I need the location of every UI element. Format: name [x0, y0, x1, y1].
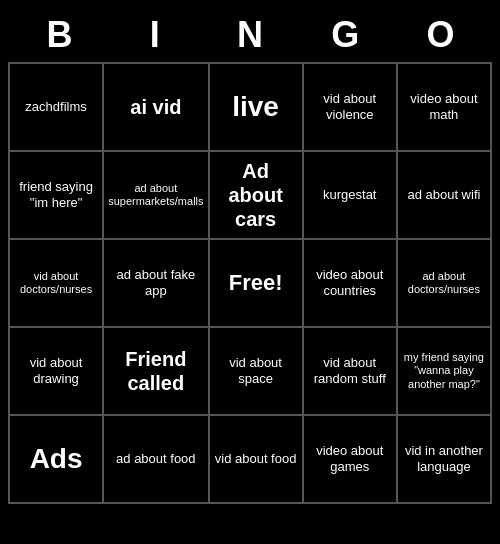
cell-2-1: ad about fake app: [104, 240, 209, 328]
title-o: O: [393, 14, 488, 56]
cell-4-3: video about games: [304, 416, 398, 504]
cell-4-4: vid in another language: [398, 416, 492, 504]
cell-2-2: Free!: [210, 240, 304, 328]
bingo-grid: zachdfilms ai vid live vid about violenc…: [8, 62, 492, 504]
cell-3-1: Friend called: [104, 328, 209, 416]
cell-4-1: ad about food: [104, 416, 209, 504]
cell-1-4: ad about wifi: [398, 152, 492, 240]
cell-0-2: live: [210, 64, 304, 152]
cell-3-2: vid about space: [210, 328, 304, 416]
cell-0-4: video about math: [398, 64, 492, 152]
cell-1-3: kurgestat: [304, 152, 398, 240]
cell-3-0: vid about drawing: [10, 328, 104, 416]
title-i: I: [107, 14, 202, 56]
cell-2-3: video about countries: [304, 240, 398, 328]
title-n: N: [202, 14, 297, 56]
cell-1-0: friend saying "im here": [10, 152, 104, 240]
title-b: B: [12, 14, 107, 56]
cell-2-4: ad about doctors/nurses: [398, 240, 492, 328]
cell-0-1: ai vid: [104, 64, 209, 152]
cell-2-0: vid about doctors/nurses: [10, 240, 104, 328]
cell-0-0: zachdfilms: [10, 64, 104, 152]
cell-1-2: Ad about cars: [210, 152, 304, 240]
bingo-title: B I N G O: [8, 8, 492, 62]
cell-3-4: my friend saying "wanna play another map…: [398, 328, 492, 416]
cell-3-3: vid about random stuff: [304, 328, 398, 416]
bingo-card: B I N G O zachdfilms ai vid live vid abo…: [0, 0, 500, 544]
title-g: G: [298, 14, 393, 56]
cell-4-0: Ads: [10, 416, 104, 504]
cell-4-2: vid about food: [210, 416, 304, 504]
cell-0-3: vid about violence: [304, 64, 398, 152]
cell-1-1: ad about supermarkets/malls: [104, 152, 209, 240]
